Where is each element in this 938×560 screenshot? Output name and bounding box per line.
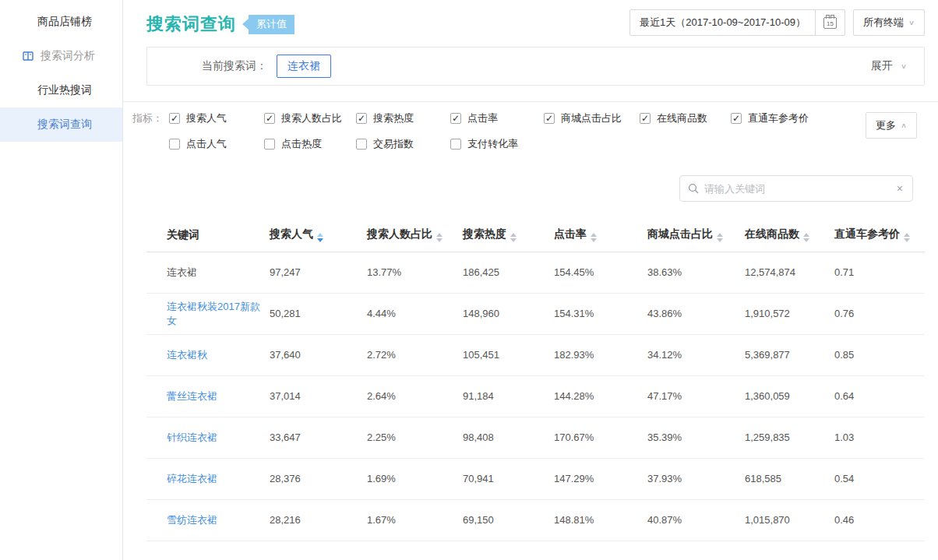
keyword-link[interactable]: 碎花连衣裙 [146,458,270,499]
checkbox-online-products[interactable]: ✓ 在线商品数 [640,111,731,125]
value-cell: 2.72% [367,334,463,375]
value-cell: 69,150 [463,499,554,541]
terminal-dropdown[interactable]: 所有终端 ∨ [853,9,925,36]
value-cell: 12,574,874 [745,252,834,293]
checkbox-click-popularity[interactable]: 点击人气 [169,137,264,151]
value-cell: 47.17% [647,375,745,417]
value-cell: 0.85 [834,334,925,375]
sort-icon[interactable] [510,233,517,242]
value-cell: 0.71 [834,252,925,293]
value-cell: 28,376 [270,458,367,499]
sort-icon[interactable] [904,233,910,242]
table-row: 雪纺连衣裙 28,216 1.67% 69,150 148.81% 40.87%… [146,499,925,541]
keyword-link[interactable]: 针织连衣裙 [146,417,270,458]
col-header-online-products[interactable]: 在线商品数 [745,219,834,252]
value-cell: 148,960 [463,293,554,334]
checkbox-mall-click-ratio[interactable]: ✓ 商城点击占比 [544,111,640,125]
checkbox-icon[interactable] [169,139,180,150]
checkbox-icon[interactable]: ✓ [640,113,651,124]
keyword-table: 关键词 搜索人气 搜索人数占比 搜索热度 点击率 [146,219,925,541]
value-cell: 4.44% [367,293,463,334]
col-header-search-heat[interactable]: 搜索热度 [463,219,554,252]
checkbox-label: 支付转化率 [467,137,518,151]
checkbox-click-rate[interactable]: ✓ 点击率 [450,111,544,125]
more-button[interactable]: 更多 ∧ [866,112,917,139]
keyword-link[interactable]: 雪纺连衣裙 [146,499,270,541]
top-bar: 搜索词查询 累计值 最近1天（2017-10-09~2017-10-09） 15… [123,0,938,36]
sort-icon[interactable] [803,233,809,242]
value-cell: 182.93% [554,334,647,375]
checkbox-click-heat[interactable]: 点击热度 [264,137,356,151]
value-cell: 0.46 [834,499,925,541]
checkbox-icon[interactable]: ✓ [169,113,180,124]
value-cell: 70,941 [463,458,554,499]
checkbox-icon[interactable]: ✓ [731,113,742,124]
col-header-search-user-ratio[interactable]: 搜索人数占比 [367,219,463,252]
sort-icon[interactable] [717,233,723,242]
col-header-ztc-ref-price[interactable]: 直通车参考价 [834,219,925,252]
value-cell: 2.64% [367,375,463,417]
date-range-picker[interactable]: 最近1天（2017-10-09~2017-10-09） 15 [629,9,845,36]
col-header-click-rate[interactable]: 点击率 [554,219,647,252]
sort-icon[interactable] [591,233,597,242]
value-cell: 38.63% [647,252,745,293]
checkbox-trade-index[interactable]: 交易指数 [356,137,450,151]
app-window: 商品店铺榜 搜索词分析 行业热搜词 搜索词查询 搜索词查询 [0,0,938,560]
value-cell: 28,216 [270,499,367,541]
sort-icon[interactable] [317,233,323,242]
calendar-icon: 15 [823,17,837,29]
page-title-group: 搜索词查询 累计值 [146,12,294,36]
checkbox-icon[interactable]: ✓ [356,113,367,124]
col-header-keyword: 关键词 [146,219,270,252]
sidebar-item-search-word-analysis[interactable]: 搜索词分析 [0,39,122,73]
checkbox-icon[interactable] [356,139,367,150]
col-header-search-popularity[interactable]: 搜索人气 [270,219,367,252]
sidebar-item-search-word-query[interactable]: 搜索词查询 [0,107,122,142]
checkbox-search-user-ratio[interactable]: ✓ 搜索人数占比 [264,111,356,125]
date-range-text: 最近1天（2017-10-09~2017-10-09） [630,10,815,35]
keyword-link[interactable]: 蕾丝连衣裙 [146,375,270,417]
keyword-link[interactable]: 连衣裙秋 [146,334,270,375]
checkbox-icon[interactable]: ✓ [450,113,461,124]
checkbox-pay-conversion[interactable]: 支付转化率 [450,137,544,151]
checkbox-ztc-ref-price[interactable]: ✓ 直通车参考价 [731,111,863,125]
sidebar-item-label: 搜索词分析 [41,49,95,63]
keyword-link[interactable]: 连衣裙秋装2017新款女 [146,293,270,334]
value-cell: 97,247 [270,252,367,293]
value-cell: 1.67% [367,499,463,541]
checkbox-icon[interactable]: ✓ [264,113,275,124]
col-header-mall-click-ratio[interactable]: 商城点击占比 [647,219,745,252]
table-row: 连衣裙秋装2017新款女 50,281 4.44% 148,960 154.31… [146,293,925,334]
value-cell: 144.28% [554,375,647,417]
expand-toggle[interactable]: 展开 ∨ [871,59,907,73]
sidebar-item-product-shop-rank[interactable]: 商品店铺榜 [0,5,122,39]
keyword-search-input[interactable] [704,183,895,195]
clear-input-icon[interactable]: × [895,182,905,195]
value-cell: 186,425 [463,252,554,293]
cumulative-badge: 累计值 [242,15,294,34]
checkbox-icon[interactable] [450,139,461,150]
value-cell: 1.03 [834,417,925,458]
top-controls: 最近1天（2017-10-09~2017-10-09） 15 所有终端 ∨ [629,9,925,36]
sort-icon[interactable] [436,233,443,242]
checkbox-search-popularity[interactable]: ✓ 搜索人气 [169,111,264,125]
value-cell: 1,910,572 [745,293,834,334]
table-row: 连衣裙秋 37,640 2.72% 105,451 182.93% 34.12%… [146,334,925,375]
value-cell: 148.81% [554,499,647,541]
checkbox-icon[interactable]: ✓ [544,113,555,124]
chevron-down-icon: ∨ [908,19,915,26]
value-cell: 2.25% [367,417,463,458]
checkbox-label: 在线商品数 [657,111,707,125]
badge-arrow-icon [242,19,249,30]
value-cell: 0.76 [834,293,925,334]
keyword-search-box[interactable]: × [679,175,913,202]
current-keyword-chip[interactable]: 连衣裙 [277,55,331,78]
sidebar-item-industry-hot-words[interactable]: 行业热搜词 [0,73,122,107]
value-cell: 154.45% [554,252,647,293]
current-search-card: 当前搜索词： 连衣裙 展开 ∨ [146,47,925,86]
calendar-button[interactable]: 15 [815,10,845,35]
table-row: 碎花连衣裙 28,376 1.69% 70,941 147.29% 37.93%… [146,458,925,499]
checkbox-icon[interactable] [264,139,275,150]
checkbox-search-heat[interactable]: ✓ 搜索热度 [356,111,450,125]
value-cell: 13.77% [367,252,463,293]
